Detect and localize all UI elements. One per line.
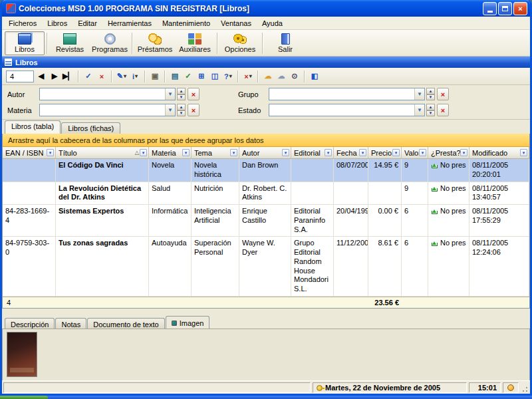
- filter-arrow-icon[interactable]: ▾: [392, 149, 400, 156]
- spin-up-icon[interactable]: ▲: [426, 88, 435, 94]
- filter-arrow-icon[interactable]: ▾: [520, 149, 527, 156]
- resize-grip[interactable]: [521, 382, 529, 393]
- table-cell[interactable]: Wayne W. Dyer: [239, 237, 291, 297]
- table-cell[interactable]: La Revolución Dietética del Dr. Atkins: [56, 182, 149, 205]
- filter-arrow-icon[interactable]: ▾: [325, 149, 332, 156]
- column-header-materia[interactable]: Materia▾: [149, 147, 192, 158]
- maximize-button[interactable]: [498, 2, 512, 15]
- materia-clear-button[interactable]: ×: [188, 104, 200, 116]
- table-cell[interactable]: No pres: [428, 205, 469, 237]
- table-row[interactable]: La Revolución Dietética del Dr. AtkinsSa…: [3, 182, 529, 205]
- dropdown-arrow-icon[interactable]: ▼: [414, 104, 424, 116]
- menu-item-herramientas[interactable]: Herramientas: [102, 18, 157, 29]
- table-cell[interactable]: 08/11/2005 12:24:06: [469, 237, 529, 297]
- spin-down-icon[interactable]: ▼: [177, 110, 186, 117]
- table-row[interactable]: El Código Da VinciNovelaNovela histórica…: [3, 159, 529, 182]
- table-cell[interactable]: 0.00 €: [368, 205, 402, 237]
- help-button[interactable]: ?▾: [222, 70, 234, 82]
- column-header-presta[interactable]: ¿Presta?▾: [428, 147, 469, 158]
- column-header-ean-isbn[interactable]: EAN / ISBN▾: [3, 147, 56, 158]
- column-header-fecha[interactable]: Fecha▾: [334, 147, 368, 158]
- materia-filter-select[interactable]: ▼: [39, 104, 176, 116]
- table-cell[interactable]: 08/07/2005: [334, 159, 368, 182]
- spell-check-button[interactable]: ✓: [182, 70, 194, 82]
- spin-up-icon[interactable]: ▲: [177, 104, 186, 110]
- table-cell[interactable]: [291, 182, 334, 205]
- table-cell[interactable]: No pres: [428, 182, 469, 205]
- web-upload-button[interactable]: ☁: [262, 70, 274, 82]
- tab-notas[interactable]: Notas: [55, 318, 86, 329]
- grupo-spinner[interactable]: ▲ ▼: [426, 88, 435, 100]
- revistas-button[interactable]: Revistas: [50, 31, 90, 55]
- prev-record-button[interactable]: ◀: [35, 70, 47, 82]
- app-icon[interactable]: [6, 3, 16, 13]
- table-cell[interactable]: No pres: [428, 237, 469, 297]
- table-cell[interactable]: [334, 182, 368, 205]
- filter-arrow-icon[interactable]: ▾: [47, 149, 54, 156]
- last-record-button[interactable]: ▶▏: [62, 70, 74, 82]
- next-record-button[interactable]: ▶: [49, 70, 61, 82]
- table-cell[interactable]: [3, 182, 56, 205]
- table-cell[interactable]: 84-9759-303-0: [3, 237, 56, 297]
- table-cell[interactable]: 6: [402, 237, 428, 297]
- record-info-button[interactable]: i▾: [129, 70, 141, 82]
- cancel-changes-button[interactable]: ×: [96, 70, 108, 82]
- menu-item-editar[interactable]: Editar: [72, 18, 102, 29]
- table-row[interactable]: 84-9759-303-0Tus zonas sagradasAutoayuda…: [3, 237, 529, 297]
- edit-record-button[interactable]: ✎▾: [116, 70, 128, 82]
- auxiliares-button[interactable]: Auxiliares: [175, 31, 215, 55]
- filter-arrow-icon[interactable]: ▾: [182, 149, 190, 156]
- menu-item-ficheros[interactable]: Ficheros: [3, 18, 42, 29]
- table-cell[interactable]: Nutrición: [192, 182, 239, 205]
- start-button[interactable]: [0, 396, 48, 399]
- tab-libros-fichas[interactable]: Libros (fichas): [61, 122, 120, 134]
- clear-filter-button[interactable]: ×▾: [242, 70, 254, 82]
- grupo-filter-select[interactable]: ▼: [269, 88, 425, 100]
- table-cell[interactable]: Editorial Paraninfo S.A.: [291, 205, 334, 237]
- salir-button[interactable]: Salir: [265, 31, 305, 55]
- web-download-button[interactable]: ☁: [275, 70, 287, 82]
- column-header-titulo[interactable]: Título△▾: [56, 147, 149, 158]
- table-cell[interactable]: Novela: [149, 159, 192, 182]
- dropdown-arrow-icon[interactable]: ▼: [165, 88, 175, 100]
- table-cell[interactable]: Enrique Castillo: [239, 205, 291, 237]
- spin-down-icon[interactable]: ▼: [426, 110, 435, 117]
- accept-changes-button[interactable]: ✓: [82, 70, 94, 82]
- table-cell[interactable]: Sistemas Expertos: [56, 205, 149, 237]
- spin-up-icon[interactable]: ▲: [177, 88, 186, 94]
- menu-item-ayuda[interactable]: Ayuda: [257, 18, 288, 29]
- filter-arrow-icon[interactable]: ▾: [460, 149, 467, 156]
- table-cell[interactable]: 20/04/1998: [334, 205, 368, 237]
- estado-spinner[interactable]: ▲ ▼: [426, 104, 435, 116]
- materia-spinner[interactable]: ▲ ▼: [177, 104, 186, 116]
- filter-arrow-icon[interactable]: ▾: [359, 149, 366, 156]
- group-by-bar[interactable]: Arrastre aquí la cabecera de las columna…: [3, 134, 529, 147]
- autor-spinner[interactable]: ▲ ▼: [177, 88, 186, 100]
- table-cell[interactable]: Inteligencia Artificial: [192, 205, 239, 237]
- table-row[interactable]: 84-283-1669-4Sistemas ExpertosInformátic…: [3, 205, 529, 237]
- menu-item-mantenimiento[interactable]: Mantenimiento: [157, 18, 215, 29]
- title-bar[interactable]: Colecciones MSD 1.00 PROGRAMA SIN REGIST…: [2, 0, 530, 17]
- estado-clear-button[interactable]: ×: [437, 104, 449, 116]
- column-header-autor[interactable]: Autor▾: [239, 147, 291, 158]
- spin-down-icon[interactable]: ▼: [426, 94, 435, 101]
- tab-documento-de-texto[interactable]: Documento de texto: [87, 318, 164, 329]
- add-table-button[interactable]: ⊞: [196, 70, 207, 82]
- table-cell[interactable]: [3, 159, 56, 182]
- autor-clear-button[interactable]: ×: [188, 88, 200, 100]
- table-cell[interactable]: 9: [402, 159, 428, 182]
- table-cell[interactable]: Autoayuda: [149, 237, 192, 297]
- table-cell[interactable]: 08/11/2005 20:20:01: [469, 159, 529, 182]
- column-header-valorac[interactable]: Valorac▾: [402, 147, 428, 158]
- grupo-clear-button[interactable]: ×: [437, 88, 449, 100]
- prestamos-button[interactable]: Préstamos: [135, 31, 175, 55]
- table-cell[interactable]: Tus zonas sagradas: [56, 237, 149, 297]
- programas-button[interactable]: Programas: [90, 31, 130, 55]
- tab-descripcion[interactable]: Descripción: [5, 318, 55, 329]
- table-cell[interactable]: 11/12/2003: [334, 237, 368, 297]
- column-settings-button[interactable]: ◫: [209, 70, 221, 82]
- table-cell[interactable]: 08/11/2005 17:55:29: [469, 205, 529, 237]
- table-cell[interactable]: 14.95 €: [368, 159, 402, 182]
- column-header-tema[interactable]: Tema▾: [192, 147, 239, 158]
- table-cell[interactable]: 9: [402, 182, 428, 205]
